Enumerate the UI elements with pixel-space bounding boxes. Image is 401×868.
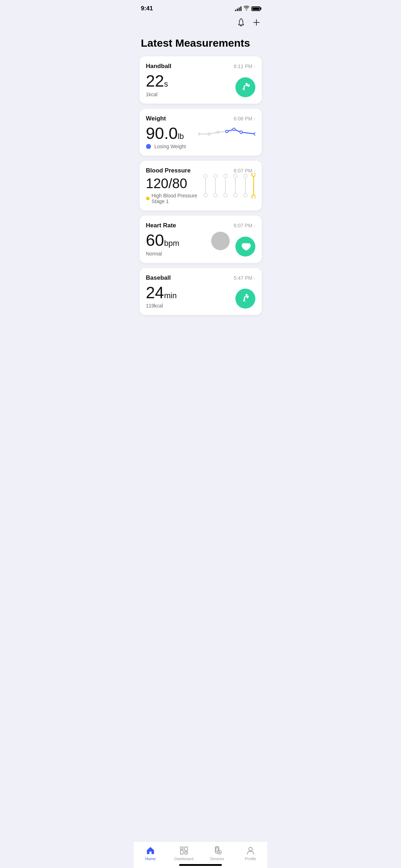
svg-point-10	[204, 174, 207, 178]
weight-value: 90.0lb	[146, 124, 206, 143]
wifi-icon	[244, 6, 249, 12]
baseball-card[interactable]: Baseball 5:47 PM › 24min 119kcal	[140, 268, 262, 315]
handball-time: 6:11 PM ›	[234, 63, 255, 69]
svg-point-13	[214, 174, 217, 178]
handball-card[interactable]: Handball 6:11 PM › 22s 1kcal	[140, 56, 262, 104]
svg-point-1	[248, 84, 250, 86]
hr-title: Heart Rate	[146, 222, 176, 229]
svg-point-4	[240, 131, 242, 133]
battery-icon	[251, 6, 260, 11]
svg-point-2	[225, 130, 228, 133]
handball-chevron: ›	[254, 64, 255, 69]
svg-point-16	[224, 174, 227, 178]
heart-rate-card[interactable]: Heart Rate 6:07 PM › 60bpm Normal	[140, 216, 262, 263]
svg-point-6	[198, 133, 199, 135]
svg-point-26	[252, 195, 255, 198]
bp-chart	[198, 173, 255, 198]
signal-icon	[235, 6, 241, 11]
baseball-title: Baseball	[146, 274, 171, 281]
hr-value: 60bpm	[146, 231, 206, 249]
weight-title: Weight	[146, 115, 166, 122]
svg-point-20	[234, 193, 237, 197]
svg-point-8	[217, 131, 219, 133]
svg-point-5	[254, 133, 255, 135]
baseball-icon	[235, 289, 255, 309]
bp-dot	[146, 197, 150, 200]
add-button[interactable]	[252, 19, 260, 28]
baseball-time: 5:47 PM ›	[234, 275, 255, 281]
svg-point-14	[214, 193, 217, 197]
handball-icon	[235, 77, 255, 97]
hr-time: 6:07 PM ›	[234, 223, 255, 228]
svg-point-25	[252, 173, 255, 176]
handball-subtitle: 1kcal	[146, 92, 206, 97]
baseball-subtitle: 119kcal	[146, 303, 206, 309]
header-actions	[134, 15, 267, 34]
bp-subtitle: High Blood Pressure Stage 1	[146, 193, 206, 204]
svg-point-22	[244, 174, 247, 178]
notification-button[interactable]	[237, 18, 245, 29]
bp-value: 120/80	[146, 176, 206, 191]
hr-subtitle: Normal	[146, 251, 206, 257]
losing-weight-dot	[146, 144, 151, 149]
svg-point-17	[224, 193, 227, 197]
status-time: 9:41	[141, 5, 153, 12]
bp-title: Blood Pressure	[146, 167, 191, 174]
svg-point-27	[245, 294, 248, 296]
svg-point-23	[244, 193, 247, 197]
weight-time: 6:08 PM ›	[234, 116, 255, 122]
status-icons	[235, 6, 260, 12]
weight-card[interactable]: Weight 6:08 PM › 90.0lb Losing Weight	[140, 109, 262, 156]
bp-time: 6:07 PM ›	[234, 168, 255, 174]
weight-subtitle: Losing Weight	[146, 144, 206, 149]
blood-pressure-card[interactable]: Blood Pressure 6:07 PM › 120/80 High Blo…	[140, 161, 262, 211]
svg-point-7	[208, 133, 210, 135]
handball-title: Handball	[146, 63, 172, 70]
hr-blob	[211, 232, 230, 250]
handball-value: 22s	[146, 72, 206, 90]
page-title: Latest Measurements	[134, 34, 267, 56]
svg-point-19	[234, 174, 237, 178]
svg-point-11	[204, 193, 207, 197]
status-bar: 9:41	[134, 0, 267, 15]
svg-point-3	[233, 128, 235, 130]
cards-container: Handball 6:11 PM › 22s 1kcal W	[134, 56, 267, 347]
weight-chart	[198, 122, 255, 143]
baseball-value: 24min	[146, 284, 206, 302]
heart-icon-container	[235, 237, 255, 257]
